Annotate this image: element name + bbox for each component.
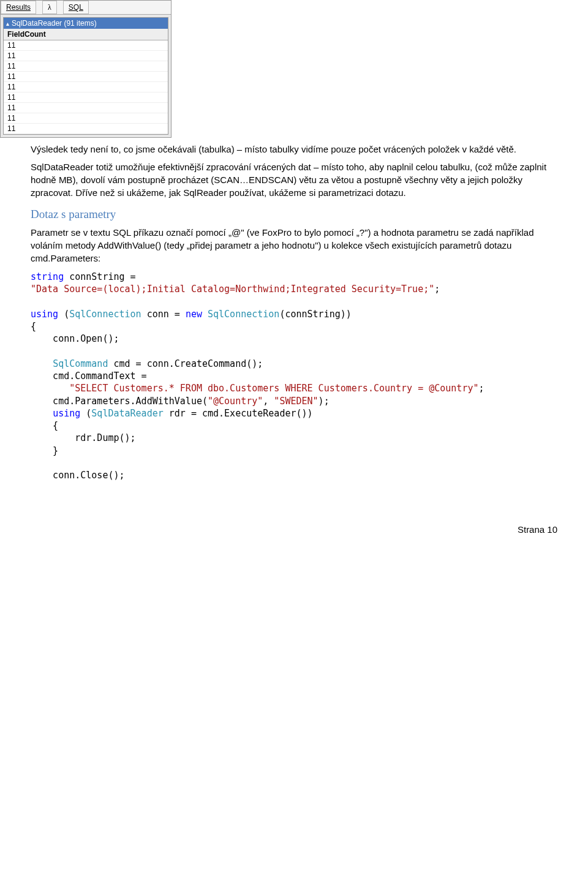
table-row: 11 <box>4 103 168 113</box>
table-row: 11 <box>4 40 168 51</box>
tab-bar: Results λ SQL <box>1 1 171 15</box>
tab-sql[interactable]: SQL <box>63 1 89 14</box>
column-header: FieldCount <box>4 29 168 40</box>
table-row: 11 <box>4 92 168 103</box>
collapse-icon[interactable]: ▴ <box>6 20 9 27</box>
tab-lambda[interactable]: λ <box>42 1 57 14</box>
results-screenshot: Results λ SQL ▴ SqlDataReader (91 items)… <box>0 0 172 138</box>
table-row: 11 <box>4 72 168 82</box>
document-body: Výsledek tedy není to, co jsme očekávali… <box>0 143 588 481</box>
tab-results[interactable]: Results <box>1 1 36 14</box>
reader-header-text: SqlDataReader (91 items) <box>12 19 97 28</box>
code-block: string connString = "Data Source=(local)… <box>31 271 557 481</box>
paragraph: Parametr se v textu SQL příkazu označí p… <box>31 226 557 265</box>
reader-header: ▴ SqlDataReader (91 items) <box>4 18 168 29</box>
table-row: 11 <box>4 124 168 134</box>
paragraph: Výsledek tedy není to, co jsme očekávali… <box>31 143 557 156</box>
section-heading: Dotaz s parametry <box>31 208 557 221</box>
table-row: 11 <box>4 51 168 61</box>
table-row: 11 <box>4 61 168 72</box>
table-row: 11 <box>4 113 168 124</box>
paragraph: SqlDataReader totiž umožňuje efektivnějš… <box>31 160 557 199</box>
page-footer: Strana 10 <box>0 487 588 547</box>
table-row: 11 <box>4 82 168 92</box>
results-panel: ▴ SqlDataReader (91 items) FieldCount 11… <box>3 17 168 135</box>
